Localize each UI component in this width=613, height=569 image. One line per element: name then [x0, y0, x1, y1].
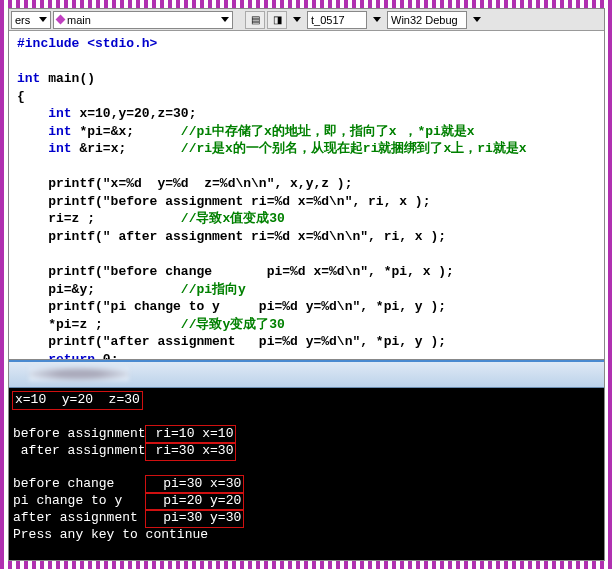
console-text: Press any key to continue	[13, 527, 208, 542]
kw-int: int	[48, 141, 71, 156]
code-line: printf("after assignment pi=%d y=%d\n", …	[17, 334, 446, 349]
kw-return: return	[48, 352, 95, 360]
chevron-down-icon	[293, 17, 301, 22]
console-output: x=10 y=20 z=30 before assignment ri=10 x…	[9, 388, 604, 560]
code-line: printf(" after assignment ri=%d x=%d\n\n…	[17, 229, 446, 244]
code-comment: //pi指向y	[181, 282, 246, 297]
code-text	[17, 352, 48, 360]
code-line: printf("before assignment ri=%d x=%d\n",…	[17, 194, 430, 209]
console-text: after assignment	[13, 510, 146, 525]
code-text	[17, 106, 48, 121]
code-text: *pi=&x;	[72, 124, 181, 139]
console-text: before assignment	[13, 426, 146, 441]
console-text: after assignment	[13, 443, 146, 458]
console-title-blur	[29, 367, 129, 381]
code-line: printf("x=%d y=%d z=%d\n\n", x,y,z );	[17, 176, 352, 191]
code-text	[17, 124, 48, 139]
diamond-icon	[56, 15, 66, 25]
code-comment: //导致x值变成30	[181, 211, 285, 226]
code-text: {	[17, 89, 25, 104]
code-text: ri=z ;	[17, 211, 181, 226]
target-dropdown-text: t_0517	[311, 14, 345, 26]
highlight-box: ri=30 x=30	[146, 443, 236, 460]
toolbar: ers main ▤ ◨ t_0517 Win32 Debug	[9, 9, 604, 31]
toolbar-btn-1[interactable]: ▤	[245, 11, 265, 29]
config-dropdown[interactable]: Win32 Debug	[387, 11, 467, 29]
console-titlebar[interactable]	[9, 362, 604, 388]
target-dropdown[interactable]: t_0517	[307, 11, 367, 29]
code-line: printf("before change pi=%d x=%d\n", *pi…	[17, 264, 454, 279]
code-line: #include <stdio.h>	[17, 36, 157, 51]
class-dropdown[interactable]: ers	[11, 11, 51, 29]
chevron-down-icon	[373, 17, 381, 22]
chevron-down-icon	[221, 17, 229, 22]
function-dropdown-text: main	[67, 14, 91, 26]
code-comment: //导致y变成了30	[181, 317, 285, 332]
highlight-box: pi=30 y=30	[146, 510, 244, 527]
code-line: printf("pi change to y pi=%d y=%d\n", *p…	[17, 299, 446, 314]
code-text: &ri=x;	[72, 141, 181, 156]
kw-int: int	[17, 71, 40, 86]
kw-int: int	[48, 106, 71, 121]
code-comment: //ri是x的一个别名，从现在起ri就捆绑到了x上，ri就是x	[181, 141, 527, 156]
highlight-box: ri=10 x=10	[146, 426, 236, 443]
config-dropdown-text: Win32 Debug	[391, 14, 458, 26]
code-editor[interactable]: #include <stdio.h> int main() { int x=10…	[9, 31, 604, 360]
code-text: *pi=z ;	[17, 317, 181, 332]
highlight-box: pi=30 x=30	[146, 476, 244, 493]
code-text: 0;	[95, 352, 118, 360]
chevron-down-icon	[39, 17, 47, 22]
code-text: pi=&y;	[17, 282, 181, 297]
class-dropdown-text: ers	[15, 14, 30, 26]
function-dropdown[interactable]: main	[53, 11, 233, 29]
code-text	[17, 141, 48, 156]
console-text: before change	[13, 476, 146, 491]
console-window: x=10 y=20 z=30 before assignment ri=10 x…	[9, 360, 604, 560]
toolbar-btn-2[interactable]: ◨	[267, 11, 287, 29]
code-text: x=10,y=20,z=30;	[72, 106, 197, 121]
chevron-down-icon	[473, 17, 481, 22]
code-text: main()	[40, 71, 95, 86]
highlight-box: x=10 y=20 z=30	[13, 392, 142, 409]
console-text: pi change to y	[13, 493, 146, 508]
code-comment: //pi中存储了x的地址，即，指向了x ，*pi就是x	[181, 124, 475, 139]
highlight-box: pi=20 y=20	[146, 493, 244, 510]
kw-int: int	[48, 124, 71, 139]
